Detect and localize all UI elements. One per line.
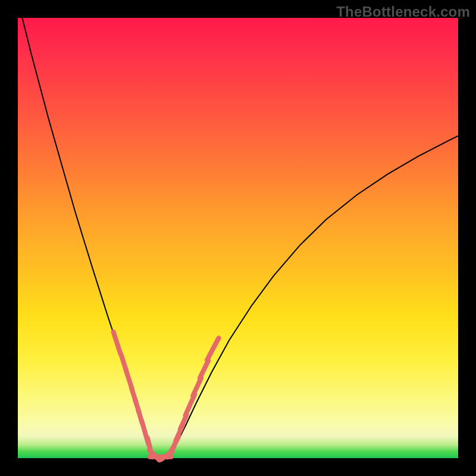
chart-frame: TheBottleneck.com [0, 0, 476, 476]
highlight-marker [114, 332, 121, 354]
highlight-marker [193, 378, 201, 396]
curve-right-branch [171, 136, 458, 453]
chart-svg [18, 18, 458, 458]
highlight-marker [207, 338, 218, 360]
watermark-text: TheBottleneck.com [336, 4, 470, 20]
marker-group [114, 332, 219, 460]
plot-area [18, 18, 458, 458]
highlight-marker [200, 361, 208, 378]
